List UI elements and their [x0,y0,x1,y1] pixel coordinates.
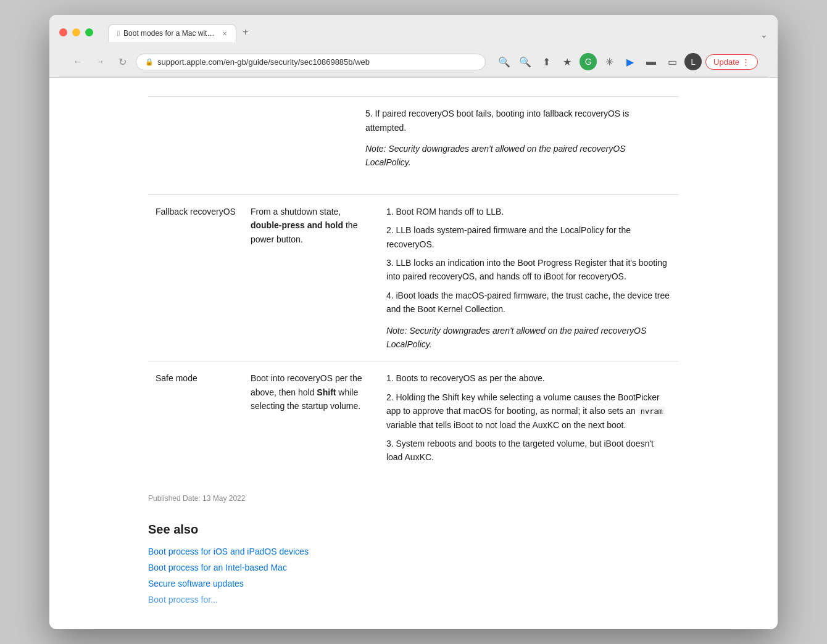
table-cell-action-fallback: From a shutdown state, double-press and … [243,194,379,361]
top-numbered-list: 5. If paired recoveryOS boot fails, boot… [365,107,671,134]
list-item: 2. Holding the Shift key while selecting… [386,390,671,432]
address-bar[interactable]: 🔒 support.apple.com/en-gb/guide/security… [136,54,486,70]
top-note: Note: Security downgrades aren't allowed… [365,142,671,170]
browser-tab[interactable]:  Boot modes for a Mac with Ap ✕ [108,24,236,42]
traffic-lights [59,28,93,36]
table-cell-mode-safe: Safe mode [148,361,243,479]
minimize-button[interactable] [72,28,80,36]
bold-text-shift: Shift [317,387,336,397]
chevron-down-icon: ⌄ [760,30,768,39]
see-also-link-secure-updates[interactable]: Secure software updates [148,579,679,588]
zoom-icon[interactable]: 🔍 [517,53,534,70]
maximize-button[interactable] [85,28,93,36]
list-item: 5. If paired recoveryOS boot fails, boot… [365,107,671,134]
table-row-safe-mode: Safe mode Boot into recoveryOS per the a… [148,361,679,479]
bold-text-fallback: double-press and hold [251,220,343,230]
browser-window:  Boot modes for a Mac with Ap ✕ + ⌄ ← →… [49,15,778,629]
list-item: 2. LLB loads system-paired firmware and … [386,223,671,251]
fallback-note: Note: Security downgrades aren't allowed… [386,324,671,352]
list-item: 3. LLB locks an indication into the Boot… [386,256,671,284]
see-also-link-ios[interactable]: Boot process for iOS and iPadOS devices [148,547,679,556]
list-item: 1. Boot ROM hands off to LLB. [386,205,671,218]
tab-close-icon[interactable]: ✕ [222,30,227,37]
extension-icon-translate[interactable]: ▶ [621,53,639,70]
new-tab-button[interactable]: + [236,22,254,42]
toolbar-icons: 🔍 🔍 ⬆ ★ G ✳ ▶ ▬ ▭ L Update ⋮ [496,53,758,70]
lock-icon: 🔒 [145,58,154,66]
safe-mode-steps-list: 1. Boots to recoveryOS as per the above.… [386,371,671,464]
table-cell-action-safe: Boot into recoveryOS per the above, then… [243,361,379,479]
note-label-fallback: Note: [386,326,407,336]
table-cell-steps-safe: 1. Boots to recoveryOS as per the above.… [379,361,679,479]
profile-icon[interactable]: L [684,53,702,70]
close-button[interactable] [59,28,67,36]
title-bar-top:  Boot modes for a Mac with Ap ✕ + ⌄ [59,22,768,42]
see-also-heading: See also [148,522,679,537]
address-bar-row: ← → ↻ 🔒 support.apple.com/en-gb/guide/se… [59,48,768,77]
content-area: 5. If paired recoveryOS boot fails, boot… [49,78,778,629]
tab-title: Boot modes for a Mac with Ap [123,29,216,38]
extension-icon-sparkle[interactable]: ✳ [601,53,618,70]
see-also-links: Boot process for iOS and iPadOS devices … [148,547,679,605]
update-button[interactable]: Update ⋮ [705,54,758,70]
see-also-section: See also Boot process for iOS and iPadOS… [148,522,679,605]
content-table-main: Fallback recoveryOS From a shutdown stat… [148,194,679,479]
share-icon[interactable]: ⬆ [538,53,555,70]
top-section: 5. If paired recoveryOS boot fails, boot… [148,96,679,180]
note-label: Note: [365,144,386,154]
table-cell-empty [148,97,222,180]
extension-icon-puzzle[interactable]: ▬ [642,53,660,70]
table-cell-mode-fallback: Fallback recoveryOS [148,194,243,361]
see-also-link-intel[interactable]: Boot process for an Intel-based Mac [148,563,679,572]
search-icon[interactable]: 🔍 [496,53,513,70]
table-row-top: 5. If paired recoveryOS boot fails, boot… [148,97,679,180]
table-cell-steps-fallback: 1. Boot ROM hands off to LLB. 2. LLB loa… [379,194,679,361]
list-item: 4. iBoot loads the macOS-paired firmware… [386,289,671,316]
apple-icon:  [117,30,120,37]
code-nvram: nvram [638,407,665,416]
bookmark-icon[interactable]: ★ [559,53,576,70]
sidebar-icon[interactable]: ▭ [663,53,681,70]
update-label: Update [713,57,739,67]
extension-icon-green[interactable]: G [580,53,597,70]
refresh-button[interactable]: ↻ [114,53,131,70]
fallback-steps-list: 1. Boot ROM hands off to LLB. 2. LLB loa… [386,205,671,316]
back-button[interactable]: ← [69,53,86,70]
list-item: 1. Boots to recoveryOS as per the above. [386,371,671,385]
table-row-fallback: Fallback recoveryOS From a shutdown stat… [148,194,679,361]
tabs-right-chevron[interactable]: ⌄ [760,27,768,42]
tabs-row:  Boot modes for a Mac with Ap ✕ + ⌄ [108,22,768,42]
list-item: 3. System reboots and boots to the targe… [386,437,671,464]
table-cell-top-items: 5. If paired recoveryOS boot fails, boot… [358,97,679,180]
update-menu-icon: ⋮ [742,57,750,67]
table-cell-empty2 [222,97,358,180]
forward-button[interactable]: → [91,53,109,70]
published-date: Published Date: 13 May 2022 [148,494,679,503]
see-also-link-partial[interactable]: Boot process for... [148,595,679,605]
url-text: support.apple.com/en-gb/guide/security/s… [157,57,476,67]
title-bar:  Boot modes for a Mac with Ap ✕ + ⌄ ← →… [49,15,778,78]
content-table-top: 5. If paired recoveryOS boot fails, boot… [148,96,679,180]
